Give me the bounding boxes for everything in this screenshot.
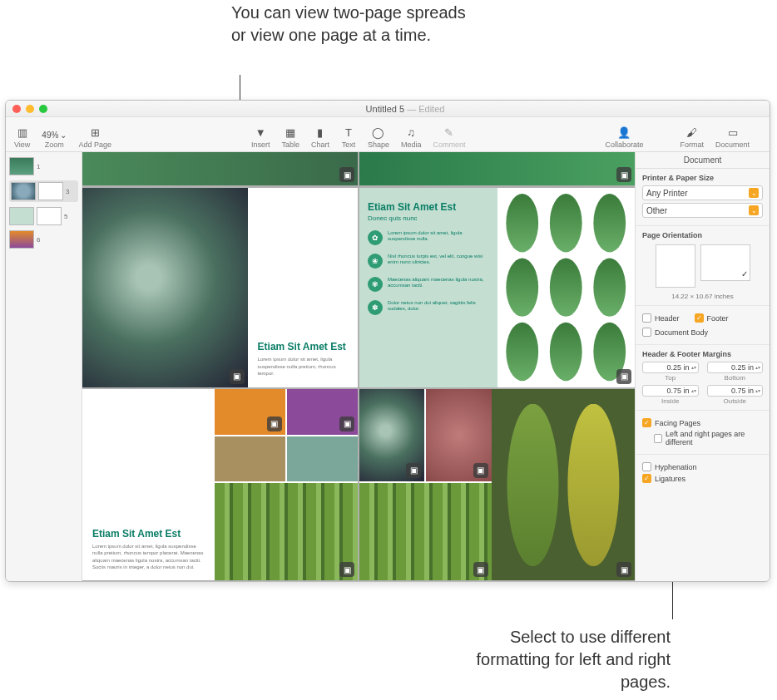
zoom-window-button[interactable] xyxy=(39,105,47,113)
text-icon: T xyxy=(341,125,356,140)
hyphenation-checkbox[interactable] xyxy=(642,462,651,471)
leaf-icon: ✿ xyxy=(368,230,383,245)
inspector-panel: Document Printer & Paper Size Any Printe… xyxy=(635,152,770,581)
footer-checkbox[interactable]: ✓ xyxy=(695,313,704,323)
text-button[interactable]: TText xyxy=(341,125,356,149)
inspector-tab-document[interactable]: Document xyxy=(636,152,770,169)
image-placeholder-icon[interactable]: ▣ xyxy=(230,369,245,384)
zoom-control[interactable]: 49%⌄ Zoom xyxy=(42,131,67,149)
header-footer-section: Header ✓Footer Document Body xyxy=(636,306,770,345)
printer-select[interactable]: Any Printer ⌄ xyxy=(642,185,763,200)
body-text: Lorem ipsum dolor sit amet, ligula suspe… xyxy=(92,543,205,571)
chart-icon: ▮ xyxy=(313,125,328,140)
view-icon: ▥ xyxy=(15,125,30,140)
close-window-button[interactable] xyxy=(12,105,21,113)
add-page-button[interactable]: ⊞ Add Page xyxy=(78,125,111,149)
page-5[interactable]: ▣ ▣ ▣ ▣ xyxy=(359,389,635,580)
section-header: Page Orientation xyxy=(642,231,763,239)
image-placeholder-icon[interactable]: ▣ xyxy=(339,167,354,182)
thumbnail-spread-2-3[interactable]: 3 xyxy=(9,180,78,202)
add-page-icon: ⊞ xyxy=(87,125,102,140)
orientation-section: Page Orientation ✓ 14.22 × 10.67 inches xyxy=(636,226,770,306)
edited-indicator: — Edited xyxy=(404,104,444,114)
image-placeholder-icon[interactable]: ▣ xyxy=(616,167,631,182)
orientation-portrait[interactable] xyxy=(656,244,695,288)
page-top-strip-left[interactable]: ▣ xyxy=(82,152,358,185)
page-3[interactable]: Etiam Sit Amet Est Donec quis nunc ✿Lore… xyxy=(359,188,635,387)
image-placeholder-icon[interactable]: ▣ xyxy=(406,463,421,478)
image-placeholder-icon[interactable]: ▣ xyxy=(616,369,631,384)
image-placeholder-icon[interactable]: ▣ xyxy=(339,562,354,577)
stepper-arrows-icon: ▴▾ xyxy=(691,389,696,393)
document-canvas[interactable]: ▣ ▣ ▣ Etiam Sit Amet Est Lorem ipsum dol… xyxy=(82,152,635,581)
document-body-checkbox[interactable] xyxy=(642,328,651,337)
image-placeholder-icon[interactable]: ▣ xyxy=(339,417,354,431)
callout-bottom: Select to use different formatting for l… xyxy=(454,626,671,693)
image-placeholder-icon[interactable]: ▣ xyxy=(616,562,631,577)
paper-size-select[interactable]: Other ⌄ xyxy=(642,203,763,218)
margin-inside-stepper[interactable]: 0.75 in▴▾ xyxy=(642,385,699,397)
page-heading: Etiam Sit Amet Est xyxy=(258,341,348,352)
minimize-window-button[interactable] xyxy=(26,105,34,113)
page-top-strip-right[interactable]: ▣ xyxy=(359,152,635,185)
toolbar: ▥ View 49%⌄ Zoom ⊞ Add Page ▼Insert ▦Tab… xyxy=(6,117,770,152)
orientation-landscape[interactable]: ✓ xyxy=(700,244,750,281)
typography-section: Hyphenation ✓Ligatures xyxy=(636,455,770,490)
thumbnail-1[interactable]: 1 xyxy=(9,157,78,175)
titlebar: Untitled 5 — Edited xyxy=(6,101,770,117)
margin-outside-stepper[interactable]: 0.75 in▴▾ xyxy=(707,385,764,397)
image-placeholder-icon[interactable]: ▣ xyxy=(473,562,488,577)
page-dimensions: 14.22 × 10.67 inches xyxy=(642,293,763,300)
table-icon: ▦ xyxy=(283,125,298,140)
app-window: Untitled 5 — Edited ▥ View 49%⌄ Zoom ⊞ A… xyxy=(5,100,770,582)
stepper-arrows-icon: ▴▾ xyxy=(755,389,760,393)
different-left-right-checkbox[interactable] xyxy=(654,434,662,443)
app-body: 1 3 5 6 ▣ ▣ xyxy=(6,152,770,581)
checkmark-icon: ✓ xyxy=(741,269,748,279)
section-header: Printer & Paper Size xyxy=(642,174,763,182)
body-text: Lorem ipsum dolor sit amet, ligula suspe… xyxy=(258,356,348,377)
document-name: Untitled 5 xyxy=(366,104,404,114)
dropdown-caret-icon: ⌄ xyxy=(749,205,759,215)
comment-icon: ✎ xyxy=(442,125,457,140)
section-header: Header & Footer Margins xyxy=(642,350,763,358)
ligatures-checkbox[interactable]: ✓ xyxy=(642,474,651,483)
margin-bottom-stepper[interactable]: 0.25 in▴▾ xyxy=(707,362,764,373)
margin-top-stepper[interactable]: 0.25 in▴▾ xyxy=(642,362,699,373)
dropdown-caret-icon: ⌄ xyxy=(749,188,759,198)
page-subheading: Donec quis nunc xyxy=(368,214,489,222)
media-icon: ♫ xyxy=(403,125,418,140)
header-checkbox[interactable] xyxy=(642,313,651,323)
stepper-arrows-icon: ▴▾ xyxy=(755,366,760,370)
collaborate-button[interactable]: 👤Collaborate xyxy=(605,125,643,149)
collaborate-icon: 👤 xyxy=(616,125,631,140)
format-button[interactable]: 🖌Format xyxy=(680,125,704,149)
image-placeholder-icon[interactable]: ▣ xyxy=(473,463,488,478)
stepper-arrows-icon: ▴▾ xyxy=(691,366,696,370)
window-controls xyxy=(12,105,47,113)
facing-pages-checkbox[interactable]: ✓ xyxy=(642,418,651,427)
view-button[interactable]: ▥ View xyxy=(14,125,30,149)
page-2[interactable]: ▣ Etiam Sit Amet Est Lorem ipsum dolor s… xyxy=(82,188,358,387)
shape-icon: ◯ xyxy=(371,125,386,140)
image-placeholder-icon[interactable]: ▣ xyxy=(267,417,282,431)
page-4[interactable]: Etiam Sit Amet Est Lorem ipsum dolor sit… xyxy=(82,389,358,580)
chevron-down-icon: ⌄ xyxy=(60,131,67,140)
thumbnail-6[interactable]: 6 xyxy=(9,230,78,249)
printer-paper-section: Printer & Paper Size Any Printer ⌄ Other… xyxy=(636,169,770,226)
leaf-icon: ❀ xyxy=(368,254,383,269)
page-heading: Etiam Sit Amet Est xyxy=(368,201,489,213)
insert-button[interactable]: ▼Insert xyxy=(251,125,270,149)
thumbnail-spread-4-5[interactable]: 5 xyxy=(9,207,78,225)
chart-button[interactable]: ▮Chart xyxy=(311,125,329,149)
format-icon: 🖌 xyxy=(685,125,700,140)
media-button[interactable]: ♫Media xyxy=(401,125,422,149)
insert-icon: ▼ xyxy=(253,125,268,140)
comment-button[interactable]: ✎Comment xyxy=(433,125,465,149)
table-button[interactable]: ▦Table xyxy=(281,125,299,149)
page-heading: Etiam Sit Amet Est xyxy=(92,528,205,540)
page-thumbnails-sidebar: 1 3 5 6 xyxy=(6,152,82,581)
document-button[interactable]: ▭Document xyxy=(715,125,750,149)
leaf-icon: ✾ xyxy=(368,277,383,292)
shape-button[interactable]: ◯Shape xyxy=(368,125,389,149)
